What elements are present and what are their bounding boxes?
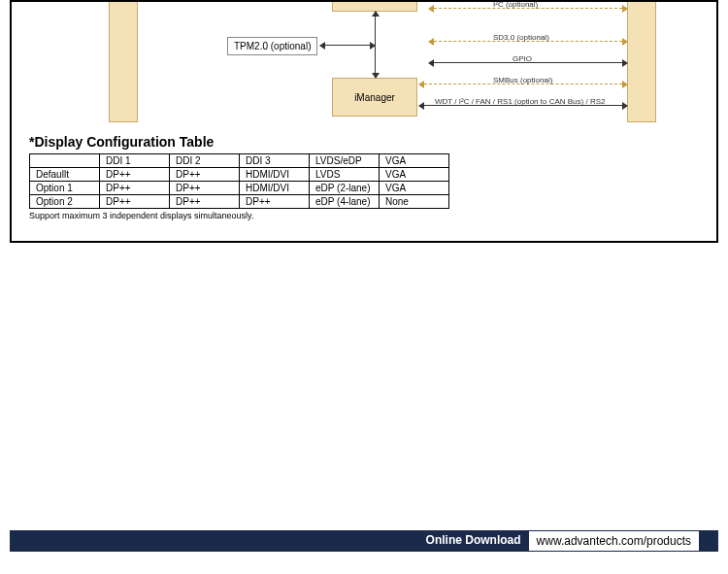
table-row: Option 2 DP++ DP++ DP++ eDP (4-lane) Non… (30, 195, 449, 209)
td: eDP (2-lane) (310, 182, 380, 195)
td: DP++ (170, 168, 240, 182)
th: VGA (380, 154, 449, 168)
td: DP++ (100, 168, 170, 182)
td: LVDS (310, 168, 380, 182)
table-header-row: DDI 1 DDI 2 DDI 3 LVDS/eDP VGA (30, 154, 449, 168)
bus-sd30-label: SD3.0 (optional) (493, 33, 549, 42)
imanager-block: iManager (332, 78, 417, 117)
tpm-label: TPM2.0 (optional) (234, 41, 311, 51)
right-connector-block (627, 0, 656, 122)
bus-gpio-label: GPIO (513, 54, 532, 63)
display-config-table: DDI 1 DDI 2 DDI 3 LVDS/eDP VGA Defaullt … (29, 153, 449, 209)
td: Option 2 (30, 195, 100, 209)
td: HDMI/DVI (240, 182, 310, 195)
link-tpm (320, 45, 375, 46)
td: DP++ (170, 195, 240, 209)
bus-smbus-label: SMBus (optional) (493, 76, 552, 84)
table-title: *Display Configuration Table (29, 134, 716, 150)
th (30, 154, 100, 168)
left-connector-block (109, 0, 138, 122)
td: Option 1 (30, 182, 100, 195)
td: None (380, 195, 449, 209)
th: DDI 3 (240, 154, 310, 168)
footer-bar: Online Download www.advantech.com/produc… (10, 530, 718, 552)
td: DP++ (100, 195, 170, 209)
footer-cap (699, 530, 718, 552)
tpm-box: TPM2.0 (optional) (227, 37, 317, 55)
td: eDP (4-lane) (310, 195, 380, 209)
td: VGA (380, 168, 449, 182)
footer-fill (10, 530, 418, 552)
td: VGA (380, 182, 449, 195)
bus-wdt-label: WDT / I²C / FAN / RS1 (option to CAN Bus… (435, 97, 605, 106)
table-note: Support maximum 3 independent displays s… (29, 211, 716, 220)
th: DDI 2 (170, 154, 240, 168)
content-frame: iManager TPM2.0 (optional) I²C (optional… (10, 0, 718, 243)
td: HDMI/DVI (240, 168, 310, 182)
footer-url[interactable]: www.advantech.com/products (529, 530, 699, 552)
imanager-label: iManager (354, 92, 395, 103)
td: DP++ (170, 182, 240, 195)
footer-label: Online Download (418, 530, 529, 552)
block-diagram: iManager TPM2.0 (optional) I²C (optional… (12, 2, 716, 126)
td: Defaullt (30, 168, 100, 182)
th: LVDS/eDP (310, 154, 380, 168)
th: DDI 1 (100, 154, 170, 168)
td: DP++ (240, 195, 310, 209)
td: DP++ (100, 182, 170, 195)
table-row: Option 1 DP++ DP++ HDMI/DVI eDP (2-lane)… (30, 182, 449, 195)
table-row: Defaullt DP++ DP++ HDMI/DVI LVDS VGA (30, 168, 449, 182)
bus-i2c-label: I²C (optional) (493, 0, 538, 9)
